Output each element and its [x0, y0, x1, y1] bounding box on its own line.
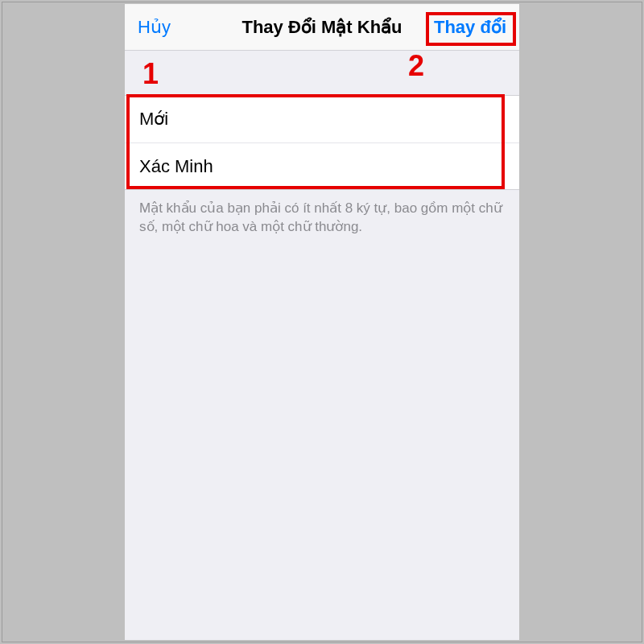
cancel-button[interactable]: Hủy: [138, 17, 171, 38]
new-password-field[interactable]: Mới: [125, 96, 519, 142]
new-password-label: Mới: [139, 109, 168, 130]
verify-password-label: Xác Minh: [139, 156, 213, 177]
page-background: Hủy Thay Đổi Mật Khẩu Thay đổi Mới Xác M…: [2, 2, 642, 642]
navigation-bar: Hủy Thay Đổi Mật Khẩu Thay đổi: [125, 4, 519, 51]
phone-screen: Hủy Thay Đổi Mật Khẩu Thay đổi Mới Xác M…: [125, 4, 519, 640]
password-hint-text: Mật khẩu của bạn phải có ít nhất 8 ký tự…: [125, 190, 519, 237]
verify-password-field[interactable]: Xác Minh: [125, 142, 519, 189]
confirm-button[interactable]: Thay đổi: [434, 17, 506, 38]
section-spacer: [125, 51, 519, 95]
password-field-group: Mới Xác Minh: [125, 95, 519, 190]
page-title: Thay Đổi Mật Khẩu: [242, 17, 402, 38]
